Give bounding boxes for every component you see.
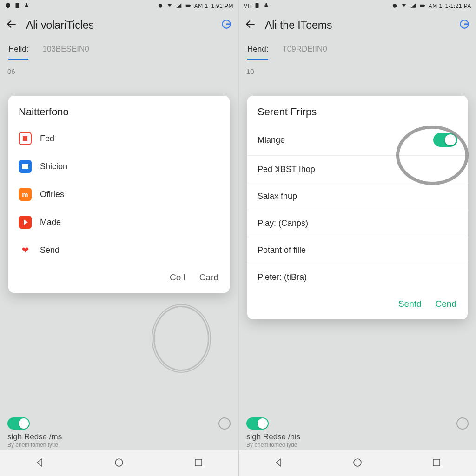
list-item-label: Send bbox=[40, 245, 60, 255]
list-item[interactable]: Play: (Canps) bbox=[247, 210, 468, 237]
dialog-action-secondary[interactable]: Sentd bbox=[398, 299, 422, 309]
nav-back-icon[interactable] bbox=[273, 457, 284, 470]
list-item[interactable]: Mlange bbox=[247, 125, 468, 156]
list-item[interactable]: Ped ꓘBST Ihop bbox=[247, 156, 468, 183]
bottom-area: sigh Redse /ms By enemifomen tytle bbox=[0, 413, 238, 448]
dialog-list: Fed Shicion Ofiries Made Send bbox=[8, 125, 230, 264]
list-item-label: Potant of fille bbox=[258, 245, 306, 255]
system-nav bbox=[239, 450, 476, 476]
list-item-label: Play: (Canps) bbox=[258, 218, 308, 228]
share-dialog: Naitterfono Fed Shicion Ofiries Made Sen… bbox=[8, 96, 230, 293]
list-item-label: Fed bbox=[40, 134, 54, 144]
list-item[interactable]: Fed bbox=[8, 125, 230, 152]
list-item[interactable]: Pieter: (tiBra) bbox=[247, 264, 468, 291]
dialog-list: Mlange Ped ꓘBST Ihop Salax fnup Play: (C… bbox=[247, 125, 468, 291]
radio-outline[interactable] bbox=[218, 417, 231, 430]
item-toggle[interactable] bbox=[433, 133, 457, 147]
list-item-label: Ofiries bbox=[40, 190, 64, 199]
svg-rect-25 bbox=[433, 459, 440, 466]
footer-title: sigh Redse /nis bbox=[246, 432, 469, 442]
list-item[interactable]: Made bbox=[8, 208, 230, 236]
dialog-action-primary[interactable]: Cend bbox=[436, 299, 456, 309]
app-icon bbox=[19, 188, 32, 201]
list-item-label: Made bbox=[40, 218, 61, 227]
dialog-actions: Co l Card bbox=[8, 264, 230, 288]
list-item[interactable]: Shicion bbox=[8, 152, 230, 180]
svg-rect-12 bbox=[195, 459, 202, 466]
dialog-actions: Sentd Cend bbox=[247, 291, 468, 315]
list-item-label: Shicion bbox=[40, 162, 67, 172]
nav-recent-icon[interactable] bbox=[431, 457, 442, 470]
system-nav bbox=[0, 450, 238, 476]
list-item[interactable]: Send bbox=[8, 236, 230, 264]
list-item-label: Mlange bbox=[258, 135, 285, 145]
list-item-label: Pieter: (tiBra) bbox=[258, 272, 307, 282]
svg-point-11 bbox=[115, 459, 123, 466]
dialog-action-primary[interactable]: Card bbox=[199, 272, 218, 283]
list-item-label: Salax fnup bbox=[258, 192, 297, 201]
app-icon bbox=[19, 244, 32, 257]
list-item[interactable]: Potant of fille bbox=[247, 237, 468, 264]
list-item[interactable]: Ofiries bbox=[8, 180, 230, 208]
phone-right: VIi AⅯ 1 1·1:21 PA Ali the IToems bbox=[238, 0, 476, 476]
app-icon bbox=[19, 160, 32, 173]
nav-home-icon[interactable] bbox=[113, 457, 125, 470]
list-item-label: Ped ꓘBST Ihop bbox=[258, 165, 315, 174]
footer-subtitle: By enemifomen tytle bbox=[7, 442, 231, 448]
settings-dialog: Serent Frirps Mlange Ped ꓘBST Ihop Salax… bbox=[247, 96, 468, 319]
setting-toggle[interactable] bbox=[246, 417, 269, 430]
nav-recent-icon[interactable] bbox=[193, 457, 204, 470]
phone-left: AⅯ 1 1:91 PM Ali volariTicles Helid: 103… bbox=[0, 0, 238, 476]
nav-home-icon[interactable] bbox=[352, 457, 363, 470]
list-item[interactable]: Salax fnup bbox=[247, 183, 468, 210]
dialog-action-secondary[interactable]: Co l bbox=[170, 272, 185, 283]
radio-outline[interactable] bbox=[456, 417, 469, 430]
dialog-title: Naitterfono bbox=[8, 105, 230, 125]
footer-title: sigh Redse /ms bbox=[7, 432, 231, 442]
setting-toggle[interactable] bbox=[7, 417, 30, 430]
footer-subtitle: By enemifomed Iyde bbox=[246, 442, 469, 448]
svg-point-24 bbox=[354, 459, 361, 466]
bottom-area: sigh Redse /nis By enemifomed Iyde bbox=[239, 413, 476, 448]
app-icon bbox=[19, 216, 32, 229]
nav-back-icon[interactable] bbox=[34, 457, 45, 470]
app-icon bbox=[19, 132, 32, 145]
dialog-title: Serent Frirps bbox=[247, 105, 468, 125]
